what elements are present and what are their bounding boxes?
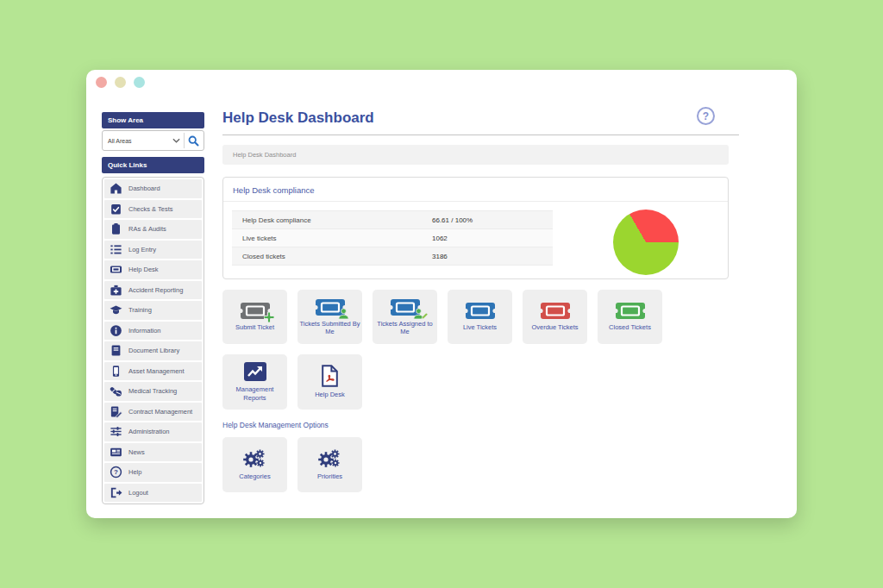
sidebar-item-administration[interactable]: Administration — [104, 422, 202, 441]
svg-text:?: ? — [114, 469, 118, 477]
closed-tickets-button[interactable]: Closed Tickets — [598, 290, 662, 344]
tile-label: Help Desk — [313, 391, 347, 398]
sidebar-item-asset-management[interactable]: Asset Management — [104, 362, 202, 381]
tile-label: Tickets Submitted By Me — [297, 320, 362, 336]
tile-label: Tickets Assigned to Me — [373, 320, 437, 336]
gears-icon — [318, 448, 341, 469]
sidebar-item-label: Administration — [128, 428, 170, 435]
table-row: Help Desk compliance 66.61 / 100% — [232, 211, 553, 229]
home-icon — [110, 182, 122, 195]
sidebar-item-label: Help Desk — [128, 266, 159, 273]
sidebar-item-label: Asset Management — [128, 367, 185, 375]
info-circle-icon — [110, 324, 122, 337]
sidebar-item-contract-management[interactable]: Contract Management — [104, 403, 202, 422]
sidebar-item-label: Document Library — [128, 347, 179, 354]
sidebar-item-training[interactable]: Training — [104, 301, 202, 320]
ticket-icon — [110, 263, 122, 276]
sidebar-item-help[interactable]: ? Help — [104, 463, 202, 482]
management-reports-button[interactable]: Management Reports — [222, 354, 287, 410]
gears-icon — [243, 448, 266, 469]
sidebar-item-information[interactable]: Information — [104, 322, 202, 341]
pencil-icon — [421, 312, 429, 320]
sidebar-item-medical-tracking[interactable]: Medical Tracking — [104, 382, 202, 401]
minimize-button[interactable] — [115, 77, 126, 88]
page-title: Help Desk Dashboard — [222, 109, 739, 127]
ticket-person-pencil-icon — [391, 298, 420, 316]
compliance-pie-chart — [613, 210, 679, 275]
tile-label: Overdue Tickets — [529, 323, 579, 331]
tile-label: Priorities — [316, 472, 344, 480]
sidebar: Show Area All Areas Quick Links Dashboar… — [102, 112, 204, 504]
line-chart-icon — [244, 362, 266, 382]
newspaper-icon — [110, 446, 122, 459]
tile-label: Closed Tickets — [607, 323, 653, 331]
mobile-device-icon — [110, 365, 122, 378]
tickets-assigned-to-me-button[interactable]: Tickets Assigned to Me — [373, 290, 437, 344]
sidebar-item-label: News — [128, 448, 145, 456]
categories-button[interactable]: Categories — [222, 437, 287, 492]
sidebar-item-news[interactable]: News — [104, 443, 202, 462]
graduation-cap-icon — [110, 303, 122, 316]
ticket-icon — [616, 302, 645, 320]
sidebar-item-checks-tests[interactable]: Checks & Tests — [104, 200, 202, 219]
overdue-tickets-button[interactable]: Overdue Tickets — [523, 290, 587, 344]
pills-icon — [110, 385, 122, 397]
close-button[interactable] — [96, 77, 107, 88]
sign-out-icon — [110, 486, 122, 499]
tile-label: Management Reports — [222, 385, 287, 402]
tile-row-tickets: Submit Ticket Tickets Submitted By Me Ti… — [222, 290, 739, 344]
zoom-button[interactable] — [134, 77, 145, 88]
quick-links-header: Quick Links — [102, 157, 204, 173]
person-icon — [338, 308, 349, 319]
ticket-plus-icon — [241, 302, 270, 320]
app-window: Show Area All Areas Quick Links Dashboar… — [86, 70, 797, 518]
contract-pen-icon — [110, 405, 122, 418]
row-label: Help Desk compliance — [232, 216, 432, 224]
sidebar-item-label: Checks & Tests — [128, 205, 173, 213]
book-icon — [110, 344, 122, 357]
clipboard-icon — [110, 222, 122, 235]
plus-icon — [264, 312, 274, 322]
sidebar-item-label: Medical Tracking — [128, 387, 177, 395]
row-label: Closed tickets — [232, 253, 432, 260]
area-search-button[interactable] — [184, 133, 202, 148]
sidebar-item-help-desk[interactable]: Help Desk — [104, 260, 202, 279]
row-label: Live tickets — [232, 235, 432, 242]
tickets-submitted-by-me-button[interactable]: Tickets Submitted By Me — [297, 290, 362, 344]
table-row: Live tickets 1062 — [232, 229, 553, 247]
main-content: Help Desk Dashboard ? Help Desk Dashboar… — [222, 109, 739, 492]
chevron-down-icon — [172, 138, 180, 143]
ordered-list-icon — [110, 243, 122, 256]
quick-links-list: Dashboard Checks & Tests RAs & Audits Lo… — [102, 177, 204, 504]
tile-label: Submit Ticket — [234, 323, 276, 331]
sidebar-item-document-library[interactable]: Document Library — [104, 341, 202, 360]
submit-ticket-button[interactable]: Submit Ticket — [222, 290, 287, 344]
live-tickets-button[interactable]: Live Tickets — [448, 290, 512, 344]
row-value: 66.61 / 100% — [432, 216, 473, 224]
area-select-dropdown[interactable]: All Areas — [104, 133, 184, 148]
sidebar-item-ras-audits[interactable]: RAs & Audits — [104, 220, 202, 239]
sidebar-item-label: Dashboard — [128, 185, 160, 192]
row-value: 1062 — [432, 235, 448, 242]
page-help-icon[interactable]: ? — [697, 107, 715, 125]
ticket-icon — [541, 302, 570, 320]
clipboard-check-icon — [110, 203, 122, 216]
sidebar-item-logout[interactable]: Logout — [104, 484, 202, 503]
sidebar-item-label: Contract Management — [128, 408, 192, 416]
tile-label: Categories — [237, 472, 272, 480]
compliance-panel-title: Help Desk compliance — [223, 178, 728, 202]
compliance-panel: Help Desk compliance Help Desk complianc… — [222, 177, 729, 279]
table-row: Closed tickets 3186 — [232, 247, 553, 266]
sidebar-item-label: Training — [128, 306, 152, 314]
sidebar-item-log-entry[interactable]: Log Entry — [104, 241, 202, 260]
sidebar-item-label: RAs & Audits — [128, 225, 166, 233]
help-desk-pdf-button[interactable]: Help Desk — [297, 354, 362, 410]
sidebar-item-label: Log Entry — [128, 246, 156, 253]
sidebar-item-accident-reporting[interactable]: Accident Reporting — [104, 281, 202, 300]
sidebar-item-label: Accident Reporting — [128, 286, 183, 294]
sidebar-item-label: Help — [128, 468, 141, 476]
compliance-table: Help Desk compliance 66.61 / 100% Live t… — [232, 210, 553, 266]
sidebar-item-dashboard[interactable]: Dashboard — [104, 179, 202, 198]
priorities-button[interactable]: Priorities — [297, 437, 362, 492]
area-select-value: All Areas — [108, 138, 132, 144]
